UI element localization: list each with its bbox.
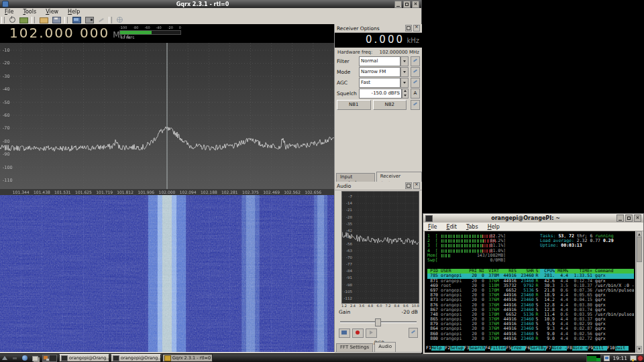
filter-config-button[interactable] [411,56,420,66]
process-row[interactable]: 800orangepi200376M4491623460R9.04.40:02.… [427,337,634,341]
agc-dropdown-icon[interactable] [400,78,409,88]
htop-process-table: PIDUSERPRINIVIRTRESSHRSCPU%MEM%TIME+Comm… [427,269,634,341]
dock-float-icon[interactable] [405,25,412,32]
app-menu-icon[interactable] [1,355,9,361]
terminal-titlebar[interactable]: orangepi@OrangePI: ~ [423,214,643,223]
audio-config-button[interactable] [409,328,418,338]
squelch-input[interactable]: -150.0 dBFS [359,88,402,99]
process-row[interactable]: 879orangepi200376M4491623460S9.94.40:02.… [427,322,634,326]
maximize-icon[interactable] [403,1,411,8]
squelch-spinner[interactable] [402,88,409,99]
process-row[interactable]: 469root200118M357329792R30.33.50:18.37/u… [427,284,634,288]
receiver-dock-title: Receiver Options [337,25,380,32]
minimize-all-icon[interactable] [11,355,19,361]
process-row[interactable]: 865orangepi200376M4491623460S10.94.40:03… [427,317,634,322]
process-row[interactable]: 867orangepi200376M4491623460S12.84.40:03… [427,308,634,312]
start-dsp-icon[interactable] [9,17,15,23]
process-row[interactable]: 860orangepi200376M4491623460S9.04.40:02.… [427,332,634,337]
process-row[interactable]: 697orangepi200170M66525136S21.80.60:07.3… [427,288,634,293]
browser-icon[interactable] [21,355,29,361]
audio-dock-float-icon[interactable] [405,182,412,189]
receiver-dock-titlebar[interactable]: Receiver Options [335,24,422,33]
freq-tick: 101.625 [75,190,92,194]
tab-audio[interactable]: Audio [374,342,396,352]
gqrx-titlebar[interactable]: Gqrx 2.3.1 - rtl=0 [0,0,421,8]
process-row[interactable]: 864orangepi200376M4491623460S9.34.40:02.… [427,326,634,331]
gain-slider[interactable] [340,318,417,325]
cpu-monitor-applet[interactable] [586,354,601,362]
gain-label: Gain [339,309,350,315]
terminal-menu-help[interactable]: Help [483,224,504,230]
terminal-menu-tabs[interactable]: Tabs [462,224,483,230]
mode-dropdown-icon[interactable] [400,67,409,77]
terminal-window-title: orangepi@OrangePI: ~ [435,215,616,221]
taskbar-window-gqrx[interactable]: Gqrx 2.3.1 - rtl=0 [162,354,213,362]
scrollbar-thumb[interactable] [637,237,642,262]
open-file-icon[interactable] [40,17,48,23]
nb-config-button[interactable] [411,100,420,110]
dock-close-icon[interactable] [413,25,420,32]
svg-text:-21: -21 [346,208,352,212]
waterfall-display[interactable] [0,195,334,352]
squelch-auto-button[interactable]: A [411,88,420,99]
toolbar-handle[interactable] [1,17,5,23]
logout-tray-icon[interactable] [637,355,643,361]
menu-help[interactable]: Help [63,9,85,15]
process-row[interactable]: 870orangepi200376M4491623460R18.94.40:05… [427,293,634,298]
workspace-1[interactable] [43,355,50,361]
freq-tick: 102.562 [284,190,301,194]
scroll-down-icon[interactable]: ▼ [637,346,642,353]
workspace-pager[interactable] [42,355,57,362]
process-row[interactable]: 873orangepi200376M4491623460S14.24.40:04… [427,298,634,302]
terminal-menu-file[interactable]: File [423,224,441,230]
htop-table-header[interactable]: PIDUSERPRINIVIRTRESSHRSCPU%MEM%TIME+Comm… [427,269,634,274]
signal-meter-value: -49 dBFS [119,36,181,40]
gain-slider-handle[interactable] [375,318,381,326]
process-row[interactable]: 748orangepi200170M66525136R11.40.60:03.9… [427,312,634,317]
filter-dropdown-icon[interactable] [400,56,409,66]
save-file-icon[interactable] [52,17,61,23]
record-audio-button[interactable] [352,328,364,338]
filter-select[interactable]: Normal [359,56,400,66]
menu-view[interactable]: View [41,9,63,15]
terminal-menu-edit[interactable]: Edit [441,224,462,230]
terminal-minimize-icon[interactable] [616,215,624,222]
audio-dock-close-icon[interactable] [413,182,420,189]
tab-receiver-options[interactable]: Receiver Options [376,172,422,182]
menu-file[interactable]: File [0,9,18,15]
process-row[interactable]: 871orangepi200376M4491623460R42.64.40:12… [427,279,634,284]
terminal-close-icon[interactable] [634,215,641,222]
menu-tools[interactable]: Tools [18,9,41,15]
agc-config-button[interactable] [411,78,420,88]
mode-select[interactable]: Narrow FM [359,67,400,77]
show-desktop-icon[interactable] [32,355,39,361]
taskbar-window-terminal-1[interactable]: orangepi@Orang... [59,354,109,362]
workspace-2[interactable] [50,355,56,361]
mode-config-button[interactable] [411,67,420,77]
nb2-button[interactable]: NB2 [373,100,407,110]
tab-input-controls[interactable]: Input controls [336,173,375,182]
device-config-icon[interactable] [19,17,28,23]
audio-device-icon[interactable] [85,17,94,23]
close-icon[interactable] [412,1,419,8]
taskbar-window-terminal-2[interactable]: orangepi@Orang... [111,354,161,362]
audio-dock-titlebar[interactable]: Audio [335,182,422,190]
taskbar-clock: 19:11 [612,355,627,361]
minimize-icon[interactable] [394,1,402,8]
nb1-button[interactable]: NB1 [337,100,371,110]
agc-select[interactable]: Fast [359,78,400,88]
terminal-scrollbar[interactable]: ▲ ▼ [636,231,642,353]
frequency-lcd[interactable]: 102.000 000MHz [9,25,130,41]
udp-stream-button[interactable] [339,328,350,338]
tab-fft-settings[interactable]: FFT Settings [336,343,373,352]
iq-recorder-icon[interactable] [72,17,81,23]
spectrum-plot[interactable]: -10-20-30-40-50-60-70-80-90-100-110 [0,43,334,189]
process-row[interactable]: 876orangepi200376M4491623460S12.84.40:03… [427,303,634,308]
remote-control-icon [117,17,123,23]
terminal-maximize-icon[interactable] [625,215,633,222]
svg-text:-28: -28 [346,215,352,219]
screenshot-tray-icon[interactable] [604,355,610,361]
process-row[interactable]: 785orangepi200378M4491623460R281.4.41:33… [427,274,634,278]
network-tray-icon[interactable] [630,355,636,361]
offset-lcd[interactable]: 0.000 kHz [335,33,422,48]
